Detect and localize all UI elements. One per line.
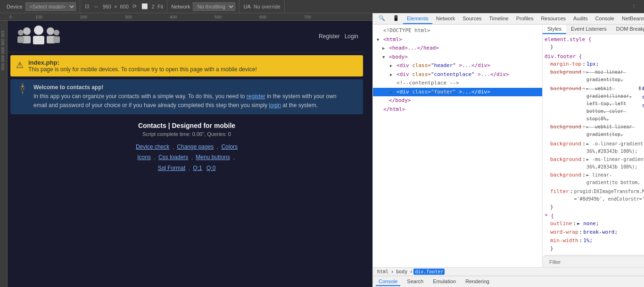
warning-text: index.php: This page is only for mobile … [28, 59, 257, 73]
dom-close-html[interactable]: ▶ </html> [373, 105, 542, 114]
info-box: 🕴 Welcome to contacts app! In this app y… [10, 79, 363, 114]
tab-profiles[interactable]: Profiles [512, 13, 537, 24]
bc-body[interactable]: body [395, 269, 409, 275]
css-prop-bg-webkit-gradient: background : ► -webkit-gradient(linear, … [545, 84, 644, 123]
info-login-link[interactable]: login [269, 102, 281, 109]
ruler-mark-600: 600 [259, 15, 266, 19]
svg-rect-1 [33, 36, 44, 44]
console-tab-emulation[interactable]: Emulation [430, 278, 459, 286]
triangle-contentplace[interactable]: ▶ [390, 72, 392, 77]
devtools-search-icon[interactable]: 🔍 [375, 13, 389, 24]
triangle-head[interactable]: ▶ [382, 46, 385, 51]
login-link[interactable]: Login [345, 33, 358, 40]
console-tab-console[interactable]: Console [376, 278, 400, 286]
dom-head[interactable]: ▶ <head>...</head> [373, 44, 542, 53]
network-label: Network [171, 4, 190, 9]
tab-resources[interactable]: Resources [537, 13, 570, 24]
footer-link-colors[interactable]: Colors [221, 144, 238, 150]
ruler-mark-300: 300 [125, 15, 132, 19]
ruler-horizontal: 0 100 200 300 400 500 600 700 [0, 13, 372, 21]
dom-body[interactable]: ▼ <body> [373, 53, 542, 62]
page-footer-title: Contacts | Designed for mobile [8, 122, 366, 129]
register-link[interactable]: Register [319, 33, 340, 40]
css-selector-footer: div.footer { footer.css:1 [545, 53, 644, 59]
footer-link-device-check[interactable]: Device check [136, 144, 169, 150]
nav-links: Register Login [319, 33, 358, 40]
css-prop-bg-linear: background : ► linear-gradient(to bottom… [545, 171, 644, 187]
footer-link-menu-buttons[interactable]: Menu buttons [196, 154, 230, 160]
tab-elements[interactable]: Elements [403, 13, 432, 24]
bc-html[interactable]: html [376, 269, 390, 275]
bc-div-footer[interactable]: div.footer [413, 269, 445, 275]
triangle-body[interactable]: ▼ [382, 55, 385, 59]
info-line4: at the system. [282, 102, 318, 109]
toolbar: Device <Select model> ⊡ ↔ 960 × 600 ⟳ ⬜ … [0, 0, 644, 13]
dom-html[interactable]: ▼ <html> [373, 35, 542, 44]
svg-rect-9 [53, 36, 60, 43]
device-select[interactable]: <Select model> [25, 2, 76, 11]
tab-timeline[interactable]: Timeline [486, 13, 512, 24]
browser-pane: 0 100 200 300 400 500 600 700 100 200 30… [0, 13, 372, 287]
devtools-mobile-icon[interactable]: 📱 [389, 13, 403, 24]
page-area: Register Login ⚠ index.php: This page is… [8, 21, 372, 287]
dom-tree[interactable]: ▶ <!DOCTYPE html> ▼ <html> ▶ <head>...</… [373, 25, 543, 267]
footer-link-q0[interactable]: Q:0 [206, 165, 215, 171]
svg-point-6 [18, 30, 24, 35]
responsive-icon[interactable]: ⊡ [84, 3, 90, 10]
footer-link-icons[interactable]: Icons [137, 154, 151, 160]
tab-styles[interactable]: Styles [543, 25, 566, 34]
dpr-value: 2 [152, 4, 155, 9]
triangle-div-header[interactable]: ▶ [390, 63, 392, 68]
refresh-icon[interactable]: ⟳ [132, 3, 138, 10]
more-icon[interactable]: ⋮ [630, 3, 637, 10]
info-register-link[interactable]: register [247, 93, 265, 100]
console-tab-search[interactable]: Search [404, 278, 426, 286]
network-select[interactable]: No throttling [193, 2, 235, 11]
network-section: Network No throttling [167, 0, 239, 13]
color-swatch-webkit [639, 86, 641, 90]
rotate-icon[interactable]: ↔ [93, 3, 100, 10]
tab-netbeans[interactable]: NetBeans [618, 13, 644, 24]
warning-icon: ⚠ [16, 60, 24, 70]
css-prop-bg-o: background : ► -o-linear-gradient(top, #… [545, 140, 644, 155]
css-prop-brace-close-element: } [545, 43, 644, 51]
svg-rect-7 [17, 36, 24, 43]
console-tab-rendering[interactable]: Rendering [462, 278, 492, 286]
dom-div-header[interactable]: ▶ <div class="header" >...</div> [373, 61, 542, 70]
footer-link-css-loaders[interactable]: Css loaders [158, 154, 188, 160]
tab-dom-breakpoints[interactable]: DOM Breakpoints [611, 25, 644, 34]
dimension-section: ⊡ ↔ 960 × 600 ⟳ ⬜ 2 Fit [80, 0, 168, 13]
triangle-footer[interactable]: ▶ [390, 90, 392, 94]
dom-div-footer[interactable]: ▶ <div class="footer" >...</div> [373, 88, 542, 97]
ruler-mark-700: 700 [304, 15, 311, 19]
footer-link-q1[interactable]: Q:1 [193, 165, 202, 171]
css-rule-footer: div.footer { footer.css:1 margin-top : 1… [545, 53, 644, 211]
svg-point-0 [34, 25, 43, 35]
tab-network[interactable]: Network [432, 13, 459, 24]
css-prop-bg-moz: background : ► -moz-linear-gradient(top,… [545, 68, 644, 84]
styles-body: element.style { + 📌 ↻ } [543, 34, 644, 256]
dom-comment-contentplace[interactable]: ▶ <!--contentplace --> [373, 79, 542, 88]
dom-close-body[interactable]: ▶ </body> [373, 96, 542, 105]
tab-sources[interactable]: Sources [459, 13, 485, 24]
ruler-mark-500: 500 [215, 15, 222, 19]
tab-audits[interactable]: Audits [570, 13, 592, 24]
triangle-html[interactable]: ▼ [377, 37, 379, 42]
css-prop-outline: outline : ► none; [545, 219, 644, 228]
page-footer-links: Device check , Change pages , Colors Ico… [8, 142, 366, 174]
footer-link-sql-format[interactable]: Sql Format [158, 165, 186, 171]
tab-event-listeners[interactable]: Event Listeners [566, 25, 611, 34]
css-prop-brace-star: } [545, 245, 644, 253]
css-rules[interactable]: element.style { + 📌 ↻ } [543, 34, 644, 256]
footer-link-change-pages[interactable]: Change pages [177, 144, 214, 150]
css-prop-brace-footer: } [545, 203, 644, 211]
css-prop-bg-webkit-linear: background : ► -webkit-linear-gradient(t… [545, 123, 644, 139]
dom-doctype[interactable]: ▶ <!DOCTYPE html> [373, 26, 542, 35]
tab-console[interactable]: Console [592, 13, 618, 24]
css-selector-star: * { style.css:10 [545, 213, 644, 219]
screenshot-icon[interactable]: ⬜ [140, 3, 149, 10]
css-selector-element-style: element.style { + 📌 ↻ [545, 36, 644, 42]
ua-value: No override [254, 4, 281, 9]
css-rule-element-style: element.style { + 📌 ↻ } [545, 36, 644, 51]
dom-div-contentplace[interactable]: ▶ <div class="contentplace" >...</div> [373, 70, 542, 79]
